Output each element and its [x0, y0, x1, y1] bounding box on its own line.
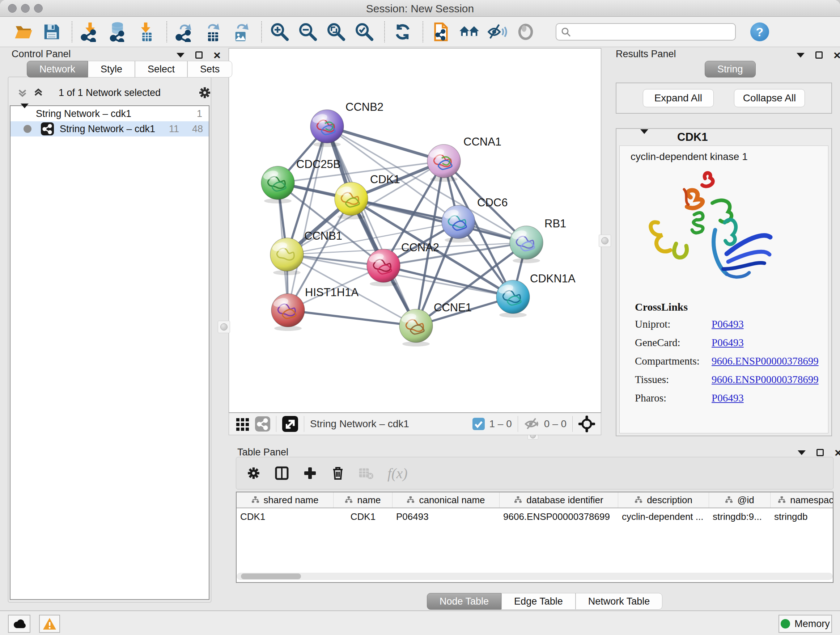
collapse-all-button[interactable]: Collapse All — [734, 89, 805, 107]
panel-close-icon[interactable]: × — [213, 51, 221, 59]
refresh-icon[interactable] — [392, 21, 414, 43]
network-node-ccna2[interactable] — [367, 249, 400, 287]
scrollbar-thumb[interactable] — [241, 573, 301, 579]
warning-icon[interactable] — [39, 615, 60, 633]
network-node-ccnb1[interactable] — [270, 238, 303, 275]
export-table-icon[interactable] — [202, 21, 224, 43]
column-header-database-identifier[interactable]: database identifier — [500, 492, 618, 508]
tab-sets[interactable]: Sets — [187, 61, 232, 78]
zoom-fit-icon[interactable] — [325, 21, 347, 43]
node-table[interactable]: shared namenamecanonical namedatabase id… — [236, 492, 834, 583]
table-cell[interactable]: CDK1 — [237, 511, 333, 523]
tab-edge-table[interactable]: Edge Table — [501, 593, 576, 610]
add-column-icon[interactable] — [303, 466, 317, 480]
tab-node-table[interactable]: Node Table — [427, 593, 501, 610]
show-column-icon[interactable] — [275, 466, 289, 480]
table-cell[interactable]: 9606.ENSP00000378699 — [500, 511, 618, 523]
panel-menu-icon[interactable] — [798, 450, 806, 455]
search-input[interactable] — [556, 23, 736, 41]
network-node-cdkn1a[interactable] — [496, 280, 530, 318]
results-panel: Results Panel × String Expand All Collap… — [611, 48, 840, 437]
table-cell[interactable]: CDK1 — [333, 511, 393, 523]
edge-count: 48 — [192, 124, 203, 135]
zoom-in-icon[interactable] — [268, 21, 291, 43]
homes-icon[interactable] — [458, 21, 480, 43]
network-node-rb1[interactable] — [510, 226, 543, 263]
table-row[interactable]: CDK1CDK1P064939606.ENSP00000378699cyclin… — [237, 508, 833, 525]
network-share-icon[interactable] — [255, 416, 270, 432]
network-edge[interactable] — [288, 126, 327, 310]
network-node-ccne1[interactable] — [399, 309, 433, 347]
panel-close-icon[interactable]: × — [835, 449, 840, 456]
panel-menu-icon[interactable] — [177, 53, 185, 57]
import-network-file-icon[interactable] — [79, 21, 101, 43]
table-cell[interactable]: P06493 — [393, 511, 500, 523]
network-edge[interactable] — [288, 310, 416, 326]
open-session-icon[interactable] — [12, 21, 35, 43]
table-options-gear-icon[interactable] — [246, 466, 261, 480]
network-row[interactable]: String Network – cdk1 11 48 — [11, 121, 209, 136]
tab-string[interactable]: String — [705, 61, 756, 78]
crosslink-link[interactable]: P06493 — [712, 392, 744, 404]
right-splitter-handle[interactable] — [599, 234, 611, 247]
tab-style[interactable]: Style — [88, 61, 135, 78]
column-header--id[interactable]: @id — [709, 492, 771, 508]
hide-unhide-icon[interactable] — [486, 21, 508, 43]
delete-column-icon[interactable] — [331, 466, 345, 480]
tab-select[interactable]: Select — [135, 61, 187, 78]
fit-content-crosshair-icon[interactable] — [578, 416, 595, 432]
network-node-ccna1[interactable] — [427, 144, 461, 182]
import-network-database-icon[interactable] — [107, 21, 129, 43]
zoom-out-icon[interactable] — [297, 21, 319, 43]
expand-all-button[interactable]: Expand All — [643, 89, 714, 107]
crosslink-link[interactable]: 9606.ENSP00000378699 — [712, 374, 819, 386]
column-header-name[interactable]: name — [333, 492, 393, 508]
crosslink-row: Pharos: P06493 — [635, 392, 823, 404]
selected-checkbox-icon[interactable] — [472, 418, 485, 430]
gene-section-header[interactable]: CDK1 — [616, 129, 831, 146]
network-view-canvas[interactable]: CCNB2CCNA1CDC25BCDK1CDC6RB1CCNB1CCNA2CDK… — [229, 48, 601, 413]
network-edge[interactable] — [327, 126, 444, 161]
string-network-graph[interactable]: CCNB2CCNA1CDC25BCDK1CDC6RB1CCNB1CCNA2CDK… — [229, 49, 602, 413]
network-node-hist1h1a[interactable] — [271, 294, 305, 331]
network-collection-row[interactable]: String Network – cdk1 1 — [11, 106, 209, 121]
cloud-icon[interactable] — [8, 615, 30, 633]
table-cell[interactable]: cyclin-dependent ... — [618, 511, 709, 523]
tab-network-table[interactable]: Network Table — [576, 593, 663, 610]
zoom-selected-icon[interactable] — [353, 21, 376, 43]
network-node-ccnb2[interactable] — [310, 110, 344, 147]
crosslink-link[interactable]: P06493 — [712, 318, 744, 330]
hidden-eye-icon[interactable] — [524, 417, 540, 431]
birdseye-grid-icon[interactable] — [235, 417, 250, 431]
table-cell[interactable]: stringdb:9... — [709, 511, 771, 523]
crosslink-link[interactable]: P06493 — [712, 337, 744, 348]
export-network-icon[interactable] — [174, 21, 196, 43]
preview-icon[interactable] — [515, 21, 537, 43]
open-in-window-icon[interactable] — [282, 416, 298, 432]
network-options-gear-icon[interactable] — [198, 86, 212, 100]
panel-float-icon[interactable] — [195, 51, 202, 59]
share-file-icon[interactable] — [430, 21, 452, 43]
network-node-cdc25b[interactable] — [261, 166, 294, 203]
table-horizontal-scrollbar[interactable] — [237, 573, 833, 580]
table-cell[interactable]: stringdb — [771, 511, 834, 523]
section-collapse-icon[interactable] — [640, 134, 648, 141]
tab-network[interactable]: Network — [27, 61, 88, 78]
column-header-namespace[interactable]: namespace — [771, 492, 834, 508]
tree-expand-icon[interactable] — [21, 108, 28, 119]
panel-menu-icon[interactable] — [797, 53, 805, 57]
memory-button[interactable]: Memory — [778, 615, 832, 633]
panel-float-icon[interactable] — [815, 51, 823, 59]
column-header-canonical-name[interactable]: canonical name — [393, 492, 500, 508]
column-header-description[interactable]: description — [618, 492, 709, 508]
help-icon[interactable]: ? — [750, 22, 769, 41]
import-table-icon[interactable] — [135, 21, 158, 43]
save-session-icon[interactable] — [41, 21, 63, 43]
panel-float-icon[interactable] — [816, 449, 824, 456]
network-type-icon — [41, 122, 54, 135]
export-image-icon[interactable] — [230, 21, 253, 43]
column-header-shared-name[interactable]: shared name — [237, 492, 333, 508]
crosslink-link[interactable]: 9606.ENSP00000378699 — [712, 355, 819, 367]
panel-close-icon[interactable]: × — [834, 51, 840, 59]
left-splitter-handle[interactable] — [218, 321, 230, 333]
